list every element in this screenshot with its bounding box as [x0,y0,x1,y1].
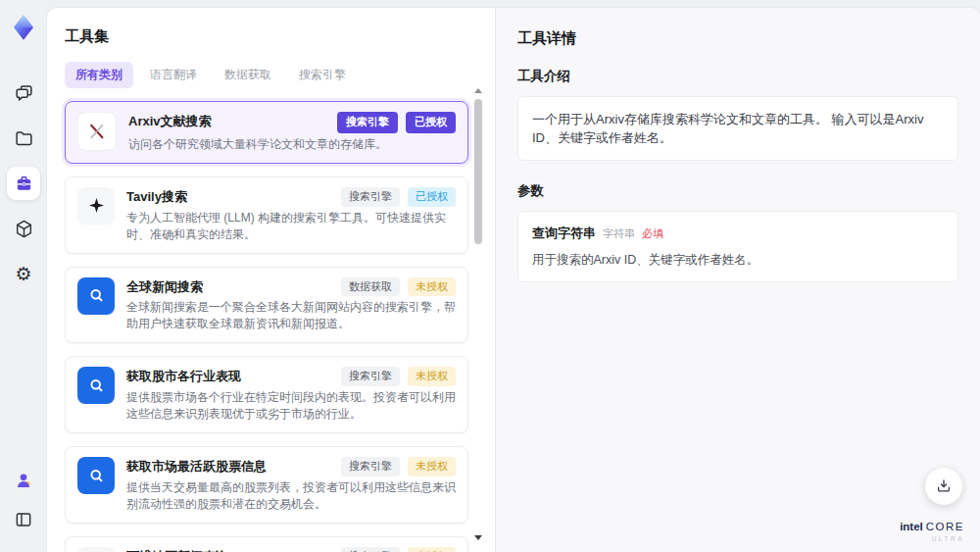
auth-status-badge: 未授权 [408,547,456,552]
tool-detail-panel: 工具详情 工具介绍 一个用于从Arxiv存储库搜索科学论文和文章的工具。 输入可… [495,8,980,552]
tool-list-panel: 工具集 所有类别 语言翻译 数据获取 搜索引擎 Arxiv文献搜索 [47,8,495,552]
parameter-box: 查询字符串 字符串 必填 用于搜索的Arxiv ID、关键字或作者姓名。 [517,211,958,282]
tool-description: 提供当天交易量最高的股票列表，投资者可以利用这些信息来识别流动性强的股票和潜在的… [126,479,456,513]
tab-language-translation[interactable]: 语言翻译 [139,62,208,88]
category-badge: 搜索引擎 [337,112,398,133]
tool-name: Tavily搜索 [126,187,187,206]
toolbox-icon [14,174,34,194]
tool-description: 提供股票市场各个行业在特定时间段内的表现。投资者可以利用这些信息来识别表现优于或… [126,389,456,423]
intro-box: 一个用于从Arxiv存储库搜索科学论文和文章的工具。 输入可以是Arxiv ID… [517,96,958,161]
category-badge: 搜索引擎 [341,187,400,207]
tool-name: 获取市场最活跃股票信息 [126,457,267,476]
arxiv-icon [77,112,117,151]
chat-icon [14,83,34,104]
scroll-down-arrow-icon[interactable] [474,535,482,540]
tavily-icon [77,187,115,225]
tab-data-fetch[interactable]: 数据获取 [214,62,282,88]
intro-heading: 工具介绍 [517,68,958,85]
building-icon [77,547,115,552]
tool-description: 访问各个研究领域大量科学论文和文章的存储库。 [128,136,456,153]
sidebar-item-chat[interactable] [7,76,40,110]
tool-card-region-news[interactable]: 万维地区新闻查询 搜索引擎 未授权 查询具体行政区划内的新闻，快速了解各地新闻动 [65,536,468,552]
sidebar-bottom [7,464,40,542]
param-description: 用于搜索的Arxiv ID、关键字或作者姓名。 [532,251,944,269]
category-badge: 搜索引擎 [341,547,400,552]
tool-name: 全球新闻搜索 [126,277,203,296]
tool-card-tavily[interactable]: Tavily搜索 搜索引擎 已授权 专为人工智能代理 (LLM) 构建的搜索引擎… [65,176,468,254]
user-avatar-icon [14,471,33,490]
sidebar-item-tools[interactable] [7,167,40,200]
tab-search-engine[interactable]: 搜索引擎 [288,62,357,88]
auth-status-badge: 已授权 [408,187,456,207]
tool-description: 全球新闻搜索是一个聚合全球各大新闻网站内容的搜索引擎，帮助用户快速获取全球最新资… [126,299,456,332]
category-badge: 搜索引擎 [341,457,400,477]
sidebar: ⚙ [0,0,47,552]
download-button[interactable] [925,468,962,505]
scrollbar-thumb[interactable] [474,99,482,244]
intel-core-logo: intelCORE ULTRA [900,518,964,543]
sidebar-item-settings[interactable]: ⚙ [7,257,40,290]
app-logo-icon[interactable] [8,12,39,43]
auth-status-badge: 未授权 [408,457,456,477]
gear-icon: ⚙ [15,265,31,283]
sidebar-item-files[interactable] [7,122,40,155]
download-icon [935,477,953,495]
detail-title: 工具详情 [517,29,958,48]
param-type: 字符串 [603,226,635,241]
scroll-up-arrow-icon[interactable] [474,88,482,93]
param-name: 查询字符串 [532,225,596,242]
category-badge: 搜索引擎 [341,367,400,386]
tab-all-categories[interactable]: 所有类别 [65,62,133,88]
category-badge: 数据获取 [341,277,400,297]
intel-word: intel [900,521,923,532]
auth-status-badge: 未授权 [408,367,456,386]
tool-description: 专为人工智能代理 (LLM) 构建的搜索引擎工具。可快速提供实时、准确和真实的结… [126,210,456,243]
tool-name: 获取股市各行业表现 [126,367,241,385]
tool-card-global-news[interactable]: 全球新闻搜索 数据获取 未授权 全球新闻搜索是一个聚合全球各大新闻网站内容的搜索… [65,267,468,344]
stock-search-icon [77,457,115,494]
intro-text: 一个用于从Arxiv存储库搜索科学论文和文章的工具。 输入可以是Arxiv ID… [532,110,944,147]
category-tabs: 所有类别 语言翻译 数据获取 搜索引擎 [65,62,477,88]
param-required-badge: 必填 [642,226,663,241]
core-word: CORE [926,521,964,532]
tool-name: 万维地区新闻查询 [126,547,228,552]
news-search-icon [77,277,115,315]
tool-card-arxiv[interactable]: Arxiv文献搜索 搜索引擎 已授权 访问各个研究领域大量科学论文和文章的存储库… [65,101,468,164]
list-scrollbar[interactable] [473,88,483,540]
stock-search-icon [77,367,115,404]
panel-toggle-icon [14,510,33,529]
ultra-word: ULTRA [900,536,964,543]
package-icon [14,219,34,239]
sidebar-item-account[interactable] [7,464,40,497]
tool-name: Arxiv文献搜索 [128,112,212,130]
params-heading: 参数 [517,182,958,200]
page-title: 工具集 [65,27,477,46]
tool-card-stock-sectors[interactable]: 获取股市各行业表现 搜索引擎 未授权 提供股票市场各个行业在特定时间段内的表现。… [65,356,468,433]
sidebar-item-packages[interactable] [7,212,40,245]
tool-list: Arxiv文献搜索 搜索引擎 已授权 访问各个研究领域大量科学论文和文章的存储库… [65,101,468,552]
folder-icon [14,128,34,149]
auth-status-badge: 已授权 [406,112,456,133]
main-content: 工具集 所有类别 语言翻译 数据获取 搜索引擎 Arxiv文献搜索 [47,8,980,552]
auth-status-badge: 未授权 [408,277,456,297]
sidebar-item-collapse[interactable] [7,503,40,536]
tool-card-active-stocks[interactable]: 获取市场最活跃股票信息 搜索引擎 未授权 提供当天交易量最高的股票列表，投资者可… [65,446,468,524]
